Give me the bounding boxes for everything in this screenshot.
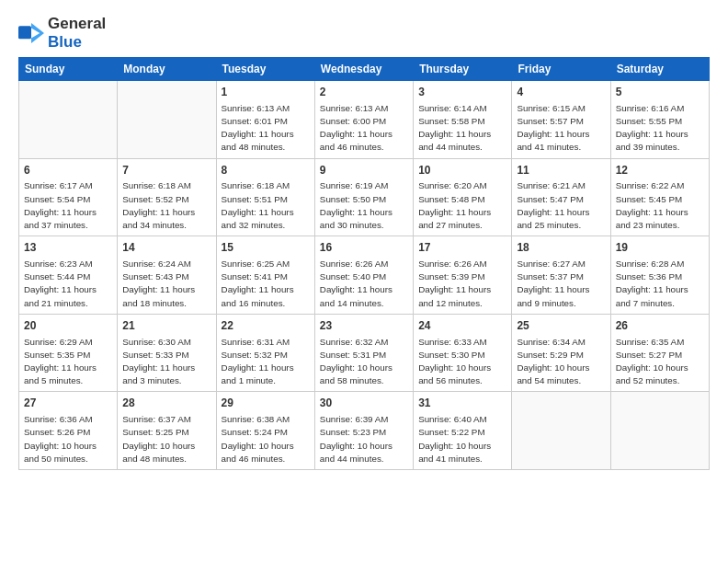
page: General Blue Sunday Monday Tuesday Wedne… (0, 0, 728, 563)
calendar-week-row: 20Sunrise: 6:29 AM Sunset: 5:35 PM Dayli… (19, 314, 710, 392)
calendar-week-row: 6Sunrise: 6:17 AM Sunset: 5:54 PM Daylig… (19, 158, 710, 236)
table-cell: 26Sunrise: 6:35 AM Sunset: 5:27 PM Dayli… (610, 314, 709, 392)
day-info: Sunrise: 6:34 AM Sunset: 5:29 PM Dayligh… (517, 336, 605, 388)
table-cell: 19Sunrise: 6:28 AM Sunset: 5:36 PM Dayli… (610, 236, 709, 315)
svg-rect-0 (18, 26, 31, 39)
day-info: Sunrise: 6:13 AM Sunset: 6:00 PM Dayligh… (320, 102, 408, 155)
day-info: Sunrise: 6:31 AM Sunset: 5:32 PM Dayligh… (222, 336, 310, 388)
day-number: 4 (517, 85, 605, 100)
day-number: 27 (24, 396, 112, 411)
day-number: 13 (24, 240, 112, 256)
table-cell: 29Sunrise: 6:38 AM Sunset: 5:24 PM Dayli… (216, 392, 314, 470)
day-number: 6 (24, 163, 112, 178)
table-cell: 1Sunrise: 6:13 AM Sunset: 6:01 PM Daylig… (216, 81, 314, 159)
table-cell: 31Sunrise: 6:40 AM Sunset: 5:22 PM Dayli… (414, 392, 512, 470)
logo-blue-text: Blue (48, 33, 82, 51)
day-number: 19 (616, 240, 704, 256)
table-cell: 4Sunrise: 6:15 AM Sunset: 5:57 PM Daylig… (512, 81, 610, 159)
day-info: Sunrise: 6:38 AM Sunset: 5:24 PM Dayligh… (222, 413, 310, 465)
table-cell: 12Sunrise: 6:22 AM Sunset: 5:45 PM Dayli… (610, 158, 709, 236)
table-cell: 13Sunrise: 6:23 AM Sunset: 5:44 PM Dayli… (19, 236, 118, 315)
header: General Blue (18, 15, 710, 52)
calendar-week-row: 27Sunrise: 6:36 AM Sunset: 5:26 PM Dayli… (19, 392, 710, 470)
table-cell (610, 392, 709, 470)
table-cell: 25Sunrise: 6:34 AM Sunset: 5:29 PM Dayli… (512, 314, 610, 392)
day-info: Sunrise: 6:17 AM Sunset: 5:54 PM Dayligh… (24, 179, 112, 232)
table-cell: 16Sunrise: 6:26 AM Sunset: 5:40 PM Dayli… (314, 236, 413, 315)
calendar-week-row: 1Sunrise: 6:13 AM Sunset: 6:01 PM Daylig… (19, 81, 710, 159)
col-wednesday: Wednesday (314, 58, 413, 81)
day-number: 2 (320, 85, 408, 100)
day-number: 10 (418, 163, 506, 178)
day-number: 20 (24, 318, 112, 334)
table-cell: 20Sunrise: 6:29 AM Sunset: 5:35 PM Dayli… (19, 314, 118, 392)
day-number: 24 (418, 318, 506, 334)
day-info: Sunrise: 6:36 AM Sunset: 5:26 PM Dayligh… (24, 413, 112, 465)
table-cell: 9Sunrise: 6:19 AM Sunset: 5:50 PM Daylig… (314, 158, 413, 236)
table-cell: 21Sunrise: 6:30 AM Sunset: 5:33 PM Dayli… (118, 314, 216, 392)
day-info: Sunrise: 6:19 AM Sunset: 5:50 PM Dayligh… (320, 179, 408, 232)
day-info: Sunrise: 6:15 AM Sunset: 5:57 PM Dayligh… (517, 102, 605, 155)
day-number: 14 (122, 240, 210, 256)
day-number: 17 (418, 240, 506, 256)
table-cell: 11Sunrise: 6:21 AM Sunset: 5:47 PM Dayli… (512, 158, 610, 236)
day-info: Sunrise: 6:40 AM Sunset: 5:22 PM Dayligh… (418, 413, 506, 465)
day-number: 5 (616, 85, 704, 100)
table-cell: 7Sunrise: 6:18 AM Sunset: 5:52 PM Daylig… (118, 158, 216, 236)
day-number: 30 (320, 396, 408, 411)
table-cell (19, 81, 118, 159)
col-friday: Friday (512, 58, 610, 81)
col-thursday: Thursday (414, 58, 512, 81)
day-info: Sunrise: 6:39 AM Sunset: 5:23 PM Dayligh… (320, 413, 408, 465)
logo: General Blue (18, 15, 106, 52)
table-cell: 23Sunrise: 6:32 AM Sunset: 5:31 PM Dayli… (314, 314, 413, 392)
col-saturday: Saturday (610, 58, 709, 81)
general-blue-icon (18, 23, 44, 43)
day-info: Sunrise: 6:26 AM Sunset: 5:39 PM Dayligh… (418, 258, 506, 310)
day-number: 11 (517, 163, 605, 178)
table-cell (512, 392, 610, 470)
col-tuesday: Tuesday (216, 58, 314, 81)
col-sunday: Sunday (19, 58, 118, 81)
table-cell: 6Sunrise: 6:17 AM Sunset: 5:54 PM Daylig… (19, 158, 118, 236)
table-cell: 3Sunrise: 6:14 AM Sunset: 5:58 PM Daylig… (414, 81, 512, 159)
day-number: 31 (418, 396, 506, 411)
day-info: Sunrise: 6:22 AM Sunset: 5:45 PM Dayligh… (616, 179, 704, 232)
calendar-week-row: 13Sunrise: 6:23 AM Sunset: 5:44 PM Dayli… (19, 236, 710, 315)
day-info: Sunrise: 6:27 AM Sunset: 5:37 PM Dayligh… (517, 258, 605, 310)
day-number: 23 (320, 318, 408, 334)
table-cell: 30Sunrise: 6:39 AM Sunset: 5:23 PM Dayli… (314, 392, 413, 470)
table-cell: 5Sunrise: 6:16 AM Sunset: 5:55 PM Daylig… (610, 81, 709, 159)
day-info: Sunrise: 6:37 AM Sunset: 5:25 PM Dayligh… (122, 413, 210, 465)
day-info: Sunrise: 6:35 AM Sunset: 5:27 PM Dayligh… (616, 336, 704, 388)
day-number: 26 (616, 318, 704, 334)
day-info: Sunrise: 6:29 AM Sunset: 5:35 PM Dayligh… (24, 336, 112, 388)
day-info: Sunrise: 6:16 AM Sunset: 5:55 PM Dayligh… (616, 102, 704, 155)
logo-general-text: General (48, 15, 106, 32)
table-cell: 18Sunrise: 6:27 AM Sunset: 5:37 PM Dayli… (512, 236, 610, 315)
table-cell: 28Sunrise: 6:37 AM Sunset: 5:25 PM Dayli… (118, 392, 216, 470)
calendar-table: Sunday Monday Tuesday Wednesday Thursday… (18, 57, 710, 470)
day-number: 8 (222, 163, 310, 178)
day-number: 21 (122, 318, 210, 334)
day-number: 29 (222, 396, 310, 411)
table-cell: 27Sunrise: 6:36 AM Sunset: 5:26 PM Dayli… (19, 392, 118, 470)
day-info: Sunrise: 6:21 AM Sunset: 5:47 PM Dayligh… (517, 179, 605, 232)
day-number: 7 (122, 163, 210, 178)
day-info: Sunrise: 6:33 AM Sunset: 5:30 PM Dayligh… (418, 336, 506, 388)
day-number: 22 (222, 318, 310, 334)
day-info: Sunrise: 6:30 AM Sunset: 5:33 PM Dayligh… (122, 336, 210, 388)
table-cell: 8Sunrise: 6:18 AM Sunset: 5:51 PM Daylig… (216, 158, 314, 236)
day-number: 28 (122, 396, 210, 411)
day-info: Sunrise: 6:18 AM Sunset: 5:51 PM Dayligh… (222, 179, 310, 232)
day-info: Sunrise: 6:18 AM Sunset: 5:52 PM Dayligh… (122, 179, 210, 232)
calendar-header-row: Sunday Monday Tuesday Wednesday Thursday… (19, 58, 710, 81)
day-number: 16 (320, 240, 408, 256)
day-info: Sunrise: 6:26 AM Sunset: 5:40 PM Dayligh… (320, 258, 408, 310)
day-info: Sunrise: 6:25 AM Sunset: 5:41 PM Dayligh… (222, 258, 310, 310)
day-number: 9 (320, 163, 408, 178)
col-monday: Monday (118, 58, 216, 81)
table-cell (118, 81, 216, 159)
day-info: Sunrise: 6:20 AM Sunset: 5:48 PM Dayligh… (418, 179, 506, 232)
day-number: 25 (517, 318, 605, 334)
